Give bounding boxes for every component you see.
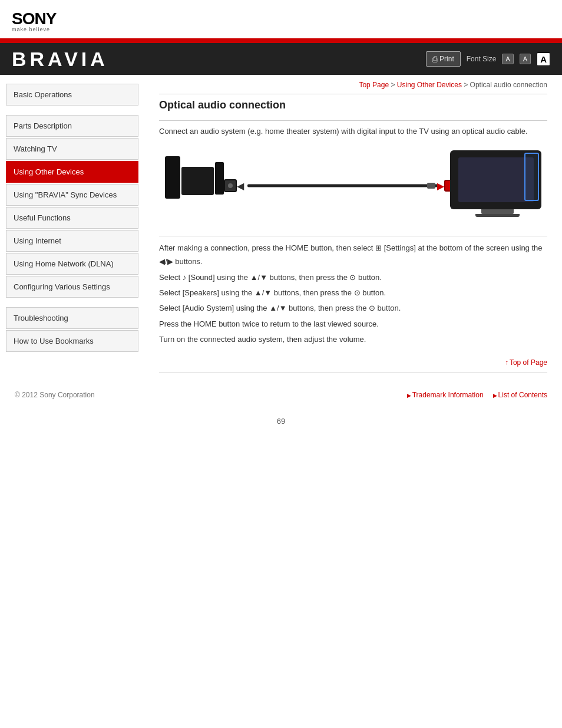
list-of-contents-text: List of Contents bbox=[498, 391, 547, 399]
speaker-left bbox=[165, 156, 180, 199]
audio-system-illustration bbox=[165, 156, 224, 215]
tv-body bbox=[450, 150, 541, 209]
tv-screen bbox=[458, 157, 534, 202]
breadcrumb-sep1: > bbox=[389, 81, 397, 89]
font-medium-button[interactable]: A bbox=[520, 54, 531, 64]
print-button[interactable]: Print bbox=[426, 51, 461, 67]
diagram-area: ◀ ▶ bbox=[159, 147, 547, 224]
top-bar: SONY make.believe bbox=[0, 0, 562, 38]
sony-logo: SONY make.believe bbox=[12, 11, 550, 32]
sidebar-divider-1 bbox=[6, 107, 138, 115]
breadcrumb-using-other-devices[interactable]: Using Other Devices bbox=[397, 81, 462, 89]
instruction-4: Select [Audio System] using the ▲/▼ butt… bbox=[159, 301, 547, 315]
page-title-section: Optical audio connection bbox=[159, 99, 547, 111]
header-band: BRAVIA Print Font Size A A A bbox=[0, 43, 562, 75]
audio-center-unit bbox=[181, 167, 214, 195]
bravia-title: BRAVIA bbox=[12, 48, 108, 71]
arrow-right-icon: ▶ bbox=[437, 180, 444, 191]
sony-tagline: make.believe bbox=[12, 27, 550, 32]
speaker-right bbox=[215, 162, 224, 195]
font-large-button[interactable]: A bbox=[537, 52, 550, 66]
cable-connector-right bbox=[427, 183, 435, 189]
breadcrumb-top-page[interactable]: Top Page bbox=[359, 81, 389, 89]
font-small-button[interactable]: A bbox=[502, 54, 513, 64]
sidebar-item-parts-description[interactable]: Parts Description bbox=[6, 115, 138, 137]
top-of-page-text: Top of Page bbox=[510, 358, 547, 367]
sidebar-item-basic-operations[interactable]: Basic Operations bbox=[6, 84, 138, 106]
description-text: Connect an audio system (e.g. home theat… bbox=[159, 126, 547, 138]
top-divider bbox=[159, 94, 547, 94]
sidebar-item-using-other-devices[interactable]: Using Other Devices bbox=[6, 161, 138, 183]
footer: © 2012 Sony Corporation ▶Trademark Infor… bbox=[0, 391, 562, 399]
sidebar-item-using-home-network[interactable]: Using Home Network (DLNA) bbox=[6, 253, 138, 275]
breadcrumb-current: Optical audio connection bbox=[470, 81, 547, 89]
header-controls: Print Font Size A A A bbox=[426, 51, 550, 67]
sidebar-item-how-to-use-bookmarks[interactable]: How to Use Bookmarks bbox=[6, 330, 138, 352]
sidebar-divider-2 bbox=[6, 299, 138, 307]
title-divider bbox=[159, 120, 547, 121]
instruction-5: Press the HOME button twice to return to… bbox=[159, 317, 547, 331]
copyright: © 2012 Sony Corporation bbox=[15, 391, 95, 399]
top-of-page-link[interactable]: ↑Top of Page bbox=[159, 358, 547, 367]
sidebar-item-using-internet[interactable]: Using Internet bbox=[6, 230, 138, 252]
instructions: After making a connection, press the HOM… bbox=[159, 241, 547, 347]
trademark-link[interactable]: ▶Trademark Information bbox=[407, 391, 484, 399]
top-arrow-icon: ↑ bbox=[505, 358, 508, 367]
connector-left bbox=[224, 179, 237, 192]
instruction-6: Turn on the connected audio system, then… bbox=[159, 332, 547, 346]
sidebar-item-watching-tv[interactable]: Watching TV bbox=[6, 138, 138, 160]
print-icon bbox=[432, 54, 437, 64]
trademark-arrow-icon: ▶ bbox=[407, 393, 411, 398]
top-of-page-anchor[interactable]: ↑Top of Page bbox=[505, 358, 547, 367]
content-area: Top Page > Using Other Devices > Optical… bbox=[144, 75, 562, 391]
page-number: 69 bbox=[0, 417, 562, 431]
instruction-2: Select ♪ [Sound] using the ▲/▼ buttons, … bbox=[159, 271, 547, 284]
sidebar-item-useful-functions[interactable]: Useful Functions bbox=[6, 207, 138, 229]
diagram-divider bbox=[159, 236, 547, 236]
optical-cable bbox=[247, 184, 438, 187]
red-bar bbox=[0, 38, 562, 43]
trademark-text: Trademark Information bbox=[412, 391, 484, 399]
tv-base bbox=[475, 214, 520, 217]
font-size-label: Font Size bbox=[467, 55, 497, 63]
instruction-1: After making a connection, press the HOM… bbox=[159, 241, 547, 269]
tv-illustration bbox=[450, 150, 544, 217]
tv-highlight bbox=[524, 153, 539, 201]
page-title: Optical audio connection bbox=[159, 99, 547, 111]
sony-wordmark: SONY bbox=[12, 11, 550, 27]
arrow-left-icon: ◀ bbox=[237, 180, 244, 191]
tv-stand bbox=[481, 209, 514, 214]
contents-arrow-icon: ▶ bbox=[493, 393, 497, 398]
breadcrumb-sep2: > bbox=[462, 81, 470, 89]
sidebar: Basic Operations Parts Description Watch… bbox=[0, 75, 144, 362]
sidebar-item-configuring-settings[interactable]: Configuring Various Settings bbox=[6, 276, 138, 298]
bottom-divider bbox=[159, 373, 547, 373]
list-of-contents-link[interactable]: ▶List of Contents bbox=[493, 391, 547, 399]
sidebar-item-using-bravia-sync[interactable]: Using "BRAVIA" Sync Devices bbox=[6, 184, 138, 206]
main-layout: Basic Operations Parts Description Watch… bbox=[0, 75, 562, 391]
sidebar-item-troubleshooting[interactable]: Troubleshooting bbox=[6, 307, 138, 329]
connector-left-dot bbox=[228, 183, 233, 188]
footer-links: ▶Trademark Information ▶List of Contents bbox=[407, 391, 547, 399]
print-label: Print bbox=[439, 55, 454, 63]
instruction-3: Select [Speakers] using the ▲/▼ buttons,… bbox=[159, 286, 547, 299]
breadcrumb: Top Page > Using Other Devices > Optical… bbox=[159, 81, 547, 89]
